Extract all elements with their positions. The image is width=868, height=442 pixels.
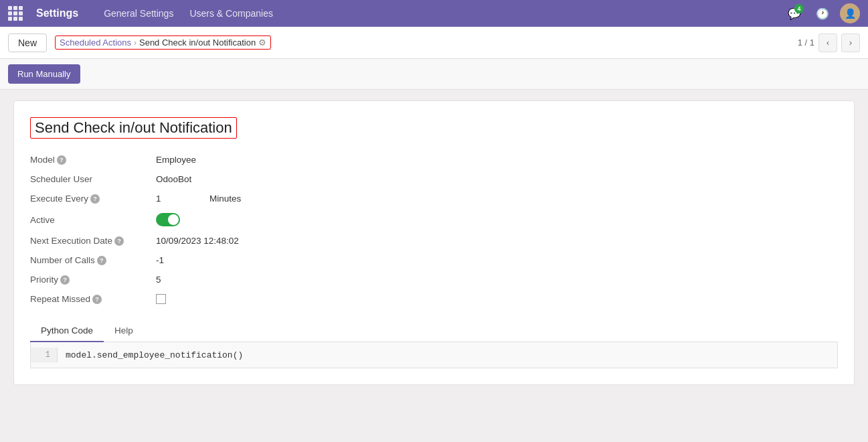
next-exec-value: 10/09/2023 12:48:02: [156, 236, 239, 246]
model-help-icon[interactable]: ?: [57, 155, 66, 165]
execute-every-label: Execute Every ?: [30, 194, 151, 204]
next-exec-label: Next Execution Date ?: [30, 236, 151, 246]
apps-menu-icon[interactable]: [8, 6, 23, 21]
topbar-right: 💬 4 🕐 👤: [784, 3, 860, 24]
model-value: Employee: [156, 155, 196, 165]
top-nav: General Settings Users & Companies: [97, 5, 280, 21]
messaging-icon[interactable]: 💬 4: [784, 3, 805, 24]
repeat-missed-checkbox[interactable]: [156, 294, 166, 304]
breadcrumb-separator: ›: [134, 38, 137, 48]
priority-row: Priority ? 5: [30, 275, 838, 285]
next-exec-row: Next Execution Date ? 10/09/2023 12:48:0…: [30, 236, 838, 246]
pagination: 1 / 1 ‹ ›: [798, 33, 860, 52]
tab-help[interactable]: Help: [104, 320, 144, 342]
priority-help-icon[interactable]: ?: [60, 275, 70, 285]
tab-python-code[interactable]: Python Code: [30, 320, 104, 342]
num-calls-label: Number of Calls ?: [30, 255, 151, 265]
priority-value: 5: [156, 275, 161, 285]
execute-every-row: Execute Every ? 1 Minutes: [30, 194, 838, 204]
pagination-text: 1 / 1: [798, 38, 814, 48]
num-calls-value: -1: [156, 255, 164, 265]
prev-page-button[interactable]: ‹: [818, 33, 837, 52]
repeat-missed-help-icon[interactable]: ?: [92, 295, 102, 304]
num-calls-help-icon[interactable]: ?: [97, 256, 106, 265]
nav-users-companies[interactable]: Users & Companies: [183, 5, 280, 21]
breadcrumb-parent-link[interactable]: Scheduled Actions: [60, 38, 131, 48]
repeat-missed-label: Repeat Missed ?: [30, 294, 151, 304]
new-button[interactable]: New: [8, 33, 47, 52]
active-toggle[interactable]: [156, 213, 180, 226]
next-exec-help-icon[interactable]: ?: [114, 236, 124, 246]
repeat-missed-row: Repeat Missed ?: [30, 294, 838, 304]
priority-label: Priority ?: [30, 275, 151, 285]
code-area: 1 model.send_employee_notification(): [30, 342, 838, 368]
avatar[interactable]: 👤: [840, 3, 860, 23]
clock-icon[interactable]: 🕐: [812, 3, 833, 24]
tabs-bar: Python Code Help: [30, 320, 838, 342]
code-line-content-1[interactable]: model.send_employee_notification(): [58, 350, 243, 360]
action-bar: New Scheduled Actions › Send Check in/ou…: [0, 27, 868, 59]
active-row: Active: [30, 213, 838, 226]
main-content: Send Check in/out Notification Model ? E…: [0, 90, 868, 396]
execute-every-value: 1 Minutes: [156, 194, 241, 204]
scheduler-user-label: Scheduler User: [30, 174, 151, 184]
scheduler-user-row: Scheduler User OdooBot: [30, 174, 838, 184]
code-line-1: 1 model.send_employee_notification(): [31, 348, 837, 362]
form-card: Send Check in/out Notification Model ? E…: [13, 100, 855, 385]
form-fields: Model ? Employee Scheduler User OdooBot …: [30, 155, 838, 304]
gear-icon[interactable]: ⚙: [258, 38, 266, 48]
breadcrumb: Scheduled Actions › Send Check in/out No…: [55, 35, 271, 50]
model-label: Model ?: [30, 155, 151, 165]
app-title[interactable]: Settings: [36, 7, 78, 19]
model-row: Model ? Employee: [30, 155, 838, 165]
execute-every-help-icon[interactable]: ?: [90, 194, 100, 204]
record-title: Send Check in/out Notification: [30, 117, 237, 139]
active-label: Active: [30, 215, 151, 225]
execute-every-unit: Minutes: [209, 194, 241, 204]
message-badge: 4: [794, 4, 804, 13]
topbar: Settings General Settings Users & Compan…: [0, 0, 868, 27]
execute-every-num[interactable]: 1: [156, 194, 183, 204]
next-page-button[interactable]: ›: [841, 33, 860, 52]
code-line-num-1: 1: [31, 348, 58, 362]
run-manually-button[interactable]: Run Manually: [8, 64, 80, 84]
num-calls-row: Number of Calls ? -1: [30, 255, 838, 265]
scheduler-user-value: OdooBot: [156, 174, 191, 184]
breadcrumb-current: Send Check in/out Notification ⚙: [139, 38, 266, 48]
toolbar: Run Manually: [0, 59, 868, 90]
nav-general-settings[interactable]: General Settings: [97, 5, 180, 21]
